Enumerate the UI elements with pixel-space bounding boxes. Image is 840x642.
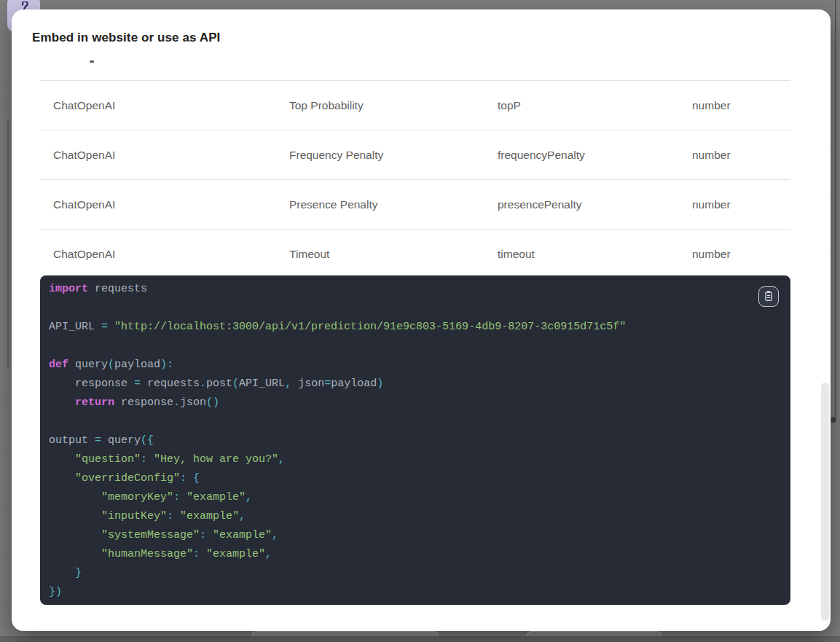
table-row: ChatOpenAIFrequency PenaltyfrequencyPena… <box>40 130 790 179</box>
label-cell: Presence Penalty <box>289 198 378 211</box>
label-cell: Frequency Penalty <box>289 149 383 162</box>
background-footer-strip <box>0 636 840 642</box>
code-content: import requestsAPI_URL = "http://localho… <box>49 280 626 602</box>
code-line <box>49 412 626 431</box>
node-name-cell: ChatOpenAI <box>53 149 115 162</box>
code-line: def query(payload): <box>49 356 626 375</box>
code-line: "systemMessage": "example", <box>49 526 626 545</box>
node-name-cell: ChatOpenAI <box>53 99 115 112</box>
code-line: }) <box>49 583 626 602</box>
clipboard-icon <box>763 290 774 304</box>
code-line: return response.json() <box>49 394 626 412</box>
code-line: "question": "Hey, how are you?", <box>49 450 626 469</box>
code-line: "memoryKey": "example", <box>49 488 626 507</box>
code-line <box>49 337 626 356</box>
node-name-cell: ChatOpenAI <box>53 198 115 211</box>
override-config-table: ChatOpenAITop ProbabilitytopPnumberChatO… <box>40 80 790 278</box>
label-cell: Timeout <box>289 248 329 261</box>
code-line: "humanMessage": "example", <box>49 545 626 564</box>
code-line: response = requests.post(API_URL, json=p… <box>49 375 626 394</box>
code-line: output = query({ <box>49 431 626 450</box>
background-edge-left <box>7 120 9 368</box>
table-row: ChatOpenAITimeouttimeoutnumber <box>40 229 790 278</box>
code-line: API_URL = "http://localhost:3000/api/v1/… <box>49 318 626 337</box>
embed-api-dialog: Embed in website or use as API ChatOpenA… <box>12 9 831 631</box>
type-cell: number <box>692 248 731 261</box>
dialog-title: Embed in website or use as API <box>32 29 220 47</box>
clipped-row-fragment <box>90 60 94 63</box>
copy-code-button[interactable] <box>758 286 779 307</box>
type-cell: number <box>692 99 731 112</box>
property-cell: timeout <box>498 248 535 261</box>
background-edge-right <box>835 0 836 417</box>
property-cell: presencePenalty <box>498 198 581 211</box>
label-cell: Top Probability <box>289 99 364 112</box>
modal-scrollbar-thumb[interactable] <box>821 383 829 621</box>
code-line: "overrideConfig": { <box>49 469 626 488</box>
screen: Embed in website or use as API ChatOpenA… <box>0 0 840 642</box>
python-code-block: import requestsAPI_URL = "http://localho… <box>40 275 790 605</box>
code-line: import requests <box>49 280 626 299</box>
code-line: "inputKey": "example", <box>49 507 626 526</box>
background-edge-handle <box>831 417 836 423</box>
code-line <box>49 299 626 318</box>
table-row: ChatOpenAIPresence PenaltypresencePenalt… <box>40 179 790 229</box>
property-cell: frequencyPenalty <box>498 149 585 162</box>
table-row: ChatOpenAITop ProbabilitytopPnumber <box>40 80 790 130</box>
node-name-cell: ChatOpenAI <box>53 248 115 261</box>
code-line: } <box>49 564 626 583</box>
property-cell: topP <box>498 99 521 112</box>
type-cell: number <box>692 198 731 211</box>
type-cell: number <box>692 149 731 162</box>
